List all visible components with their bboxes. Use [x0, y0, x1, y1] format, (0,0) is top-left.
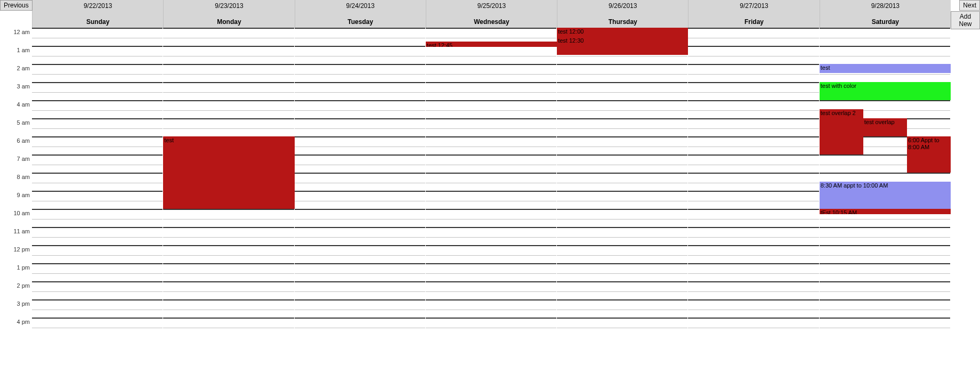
- time-label: 3 am: [0, 82, 32, 100]
- calendar-grid[interactable]: testtest 12:45test 12:00test 12:30testte…: [32, 28, 951, 382]
- day-date: 9/22/2013: [84, 2, 112, 10]
- calendar-event[interactable]: test overlap: [863, 118, 907, 136]
- day-dow: Monday: [217, 18, 241, 26]
- day-date: 9/23/2013: [215, 2, 243, 10]
- time-label: 4 am: [0, 100, 32, 118]
- day-header[interactable]: 9/24/2013 Tuesday: [295, 0, 426, 28]
- calendar-event[interactable]: test: [820, 64, 951, 73]
- time-label: 1 am: [0, 46, 32, 64]
- day-date: 9/24/2013: [346, 2, 375, 10]
- time-label: 5 am: [0, 118, 32, 136]
- time-label: 11 am: [0, 227, 32, 245]
- calendar-event[interactable]: test with color: [820, 82, 951, 100]
- time-label: 2 pm: [0, 281, 32, 299]
- day-header[interactable]: 9/26/2013 Thursday: [557, 0, 688, 28]
- day-date: 9/28/2013: [871, 2, 900, 10]
- day-dow: Tuesday: [347, 18, 373, 26]
- time-label: 1 pm: [0, 263, 32, 281]
- calendar-event[interactable]: 8:30 AM appt to 10:00 AM: [820, 182, 951, 209]
- week-header: 9/22/2013 Sunday 9/23/2013 Monday 9/24/2…: [32, 0, 951, 28]
- time-label: 7 am: [0, 155, 32, 173]
- time-label: 4 pm: [0, 318, 32, 336]
- time-label: 12 pm: [0, 245, 32, 263]
- day-header[interactable]: 9/22/2013 Sunday: [32, 0, 163, 28]
- time-label: 12 am: [0, 28, 32, 46]
- day-dow: Thursday: [609, 18, 637, 26]
- calendar-event[interactable]: test overlap 2: [820, 109, 863, 155]
- time-label: 2 am: [0, 64, 32, 82]
- day-dow: Friday: [744, 18, 764, 26]
- calendar-event[interactable]: test: [163, 136, 294, 209]
- day-header[interactable]: 9/28/2013 Saturday: [820, 0, 951, 28]
- calendar-event[interactable]: tEst 10:15 AM: [820, 209, 951, 214]
- time-label: 3 pm: [0, 299, 32, 318]
- next-button[interactable]: Next: [959, 0, 980, 11]
- day-date: 9/27/2013: [740, 2, 768, 10]
- calendar-event[interactable]: 6:00 Appt to 8:00 AM: [907, 136, 951, 173]
- day-dow: Saturday: [872, 18, 899, 26]
- day-header[interactable]: 9/25/2013 Wednesday: [426, 0, 557, 28]
- time-label: 6 am: [0, 136, 32, 155]
- day-dow: Wednesday: [474, 18, 509, 26]
- day-date: 9/25/2013: [477, 2, 506, 10]
- day-header[interactable]: 9/27/2013 Friday: [688, 0, 819, 28]
- time-label: 9 am: [0, 191, 32, 209]
- add-new-button[interactable]: Add New: [951, 11, 980, 29]
- calendar-event[interactable]: test 12:45: [426, 42, 557, 47]
- time-column: 12 am 1 am 2 am 3 am 4 am 5 am 6 am 7 am…: [0, 28, 32, 336]
- calendar-event[interactable]: test 12:30: [557, 37, 688, 55]
- day-header[interactable]: 9/23/2013 Monday: [163, 0, 294, 28]
- previous-button[interactable]: Previous: [0, 0, 33, 11]
- time-label: 8 am: [0, 173, 32, 191]
- calendar-event[interactable]: test 12:00: [557, 28, 688, 37]
- time-label: 10 am: [0, 209, 32, 227]
- day-dow: Sunday: [86, 18, 109, 26]
- day-date: 9/26/2013: [609, 2, 637, 10]
